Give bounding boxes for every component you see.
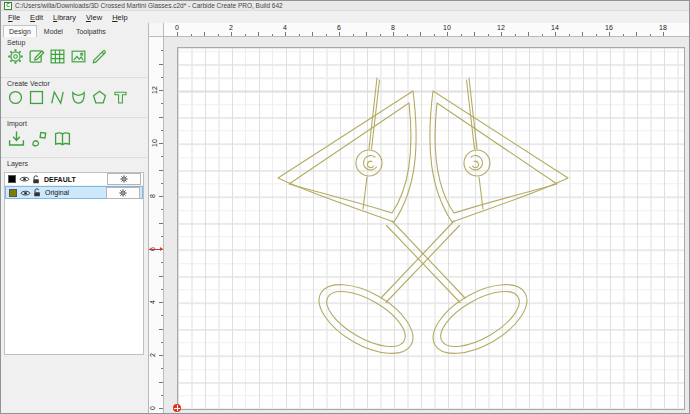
ruler-tick: [161, 156, 164, 157]
window-title: C:/Users/willa/Downloads/3D Crossed Mart…: [15, 2, 283, 9]
layer-row-original[interactable]: Original: [5, 186, 143, 199]
gear-icon[interactable]: [7, 48, 24, 65]
layer-row-default[interactable]: DEFAULT: [5, 173, 143, 186]
layer-color-swatch[interactable]: [9, 189, 17, 197]
import-section: Import: [1, 117, 147, 157]
ruler-tick: [177, 32, 178, 36]
layer-color-swatch[interactable]: [8, 175, 16, 183]
ruler-tick: [555, 32, 556, 36]
setup-section-label: Setup: [7, 39, 147, 46]
polyline-icon[interactable]: [49, 89, 66, 106]
create-vector-icon-row: [7, 89, 147, 106]
layer-name: DEFAULT: [44, 176, 76, 183]
measure-icon[interactable]: [91, 48, 108, 65]
ruler-tick: [161, 183, 164, 184]
ruler-tick: [623, 34, 624, 37]
ruler-x-label: 4: [283, 24, 287, 31]
library-book-icon[interactable]: [53, 129, 72, 148]
import-file-icon[interactable]: [7, 129, 26, 148]
import-section-label: Import: [7, 120, 147, 127]
ruler-x-label: 8: [391, 24, 395, 31]
menu-bar: FileEditLibraryViewHelp: [1, 11, 689, 23]
origin-marker: [173, 404, 181, 412]
ruler-y-label: 4: [149, 300, 156, 304]
ruler-x-label: 10: [443, 24, 451, 31]
ruler-tick: [161, 209, 164, 210]
layer-settings-gear-button[interactable]: [107, 173, 141, 185]
ruler-y-label: 10: [151, 139, 158, 147]
ruler-tick: [161, 315, 164, 316]
ruler-tick: [434, 34, 435, 37]
ruler-y-label: 2: [149, 353, 156, 357]
layer-settings-gear-button[interactable]: [106, 187, 140, 199]
ruler-x-label: 0: [175, 24, 179, 31]
layers-section-label: Layers: [7, 160, 147, 167]
ruler-tick: [447, 32, 448, 36]
tab-design[interactable]: Design: [3, 25, 37, 37]
ruler-tick: [515, 34, 516, 37]
ruler-tick: [488, 34, 489, 37]
ruler-tick: [245, 34, 246, 37]
ruler-tick: [366, 32, 367, 36]
ruler-tick: [161, 342, 164, 343]
ruler-tick: [272, 34, 273, 37]
ruler-tick: [353, 34, 354, 37]
menu-help[interactable]: Help: [107, 13, 132, 22]
job-setup-icon[interactable]: [28, 48, 45, 65]
ruler-tick: [407, 34, 408, 37]
polygon-icon[interactable]: [91, 89, 108, 106]
ruler-tick: [299, 34, 300, 37]
ruler-tick: [161, 262, 164, 263]
rectangle-icon[interactable]: [28, 89, 45, 106]
ruler-y-label: 8: [149, 194, 156, 198]
ruler-corner: [149, 23, 164, 37]
ruler-y-label: 0: [149, 406, 156, 410]
ruler-tick: [326, 34, 327, 37]
background-image-icon[interactable]: [70, 48, 87, 65]
ruler-tick: [420, 32, 421, 36]
menu-file[interactable]: File: [3, 13, 25, 22]
vertical-ruler: 024681012: [149, 37, 164, 413]
tab-model[interactable]: Model: [38, 25, 69, 37]
ruler-tick: [461, 34, 462, 37]
ruler-tick: [596, 34, 597, 37]
ruler-tick: [159, 302, 163, 303]
ruler-y-label: 12: [151, 86, 158, 94]
create-vector-section-label: Create Vector: [7, 80, 147, 87]
tab-toolpaths[interactable]: Toolpaths: [70, 25, 112, 37]
ruler-tick: [159, 329, 163, 330]
layers-list[interactable]: DEFAULTOriginal: [4, 172, 144, 355]
horizontal-ruler: 024681012141618: [164, 23, 689, 37]
menu-view[interactable]: View: [81, 13, 107, 22]
layer-lock-icon[interactable]: [33, 188, 42, 197]
ruler-tick: [159, 64, 163, 65]
ruler-tick: [159, 143, 163, 144]
layer-visibility-eye-icon[interactable]: [20, 189, 31, 197]
ruler-x-label: 16: [605, 24, 613, 31]
ruler-tick: [191, 34, 192, 37]
stock-grid[interactable]: [177, 47, 685, 410]
import-icon-row: [7, 129, 147, 148]
panel-tabs: DesignModelToolpaths: [1, 23, 148, 37]
trace-image-icon[interactable]: [30, 129, 49, 148]
ruler-tick: [161, 395, 164, 396]
title-bar: C C:/Users/willa/Downloads/3D Crossed Ma…: [1, 1, 689, 11]
circle-icon[interactable]: [7, 89, 24, 106]
ruler-tick: [501, 32, 502, 36]
ruler-tick: [161, 236, 164, 237]
ruler-tick: [159, 382, 163, 383]
menu-edit[interactable]: Edit: [25, 13, 48, 22]
ruler-tick: [380, 34, 381, 37]
ruler-tick: [161, 289, 164, 290]
text-icon[interactable]: [112, 89, 129, 106]
ruler-x-label: 18: [659, 24, 667, 31]
ruler-tick: [474, 32, 475, 36]
layer-lock-icon[interactable]: [32, 175, 41, 184]
drawing-surface[interactable]: [164, 37, 689, 413]
menu-library[interactable]: Library: [48, 13, 81, 22]
ruler-tick: [285, 32, 286, 36]
grid-icon[interactable]: [49, 48, 66, 65]
curve-icon[interactable]: [70, 89, 87, 106]
layer-visibility-eye-icon[interactable]: [19, 175, 30, 183]
ruler-x-label: 14: [551, 24, 559, 31]
